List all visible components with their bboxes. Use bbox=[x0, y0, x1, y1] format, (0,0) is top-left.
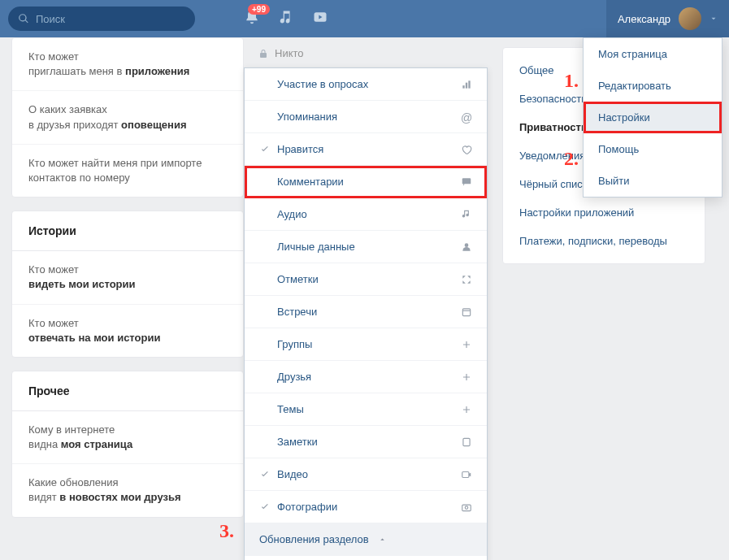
video-icon[interactable] bbox=[312, 9, 328, 28]
plus-icon bbox=[461, 371, 472, 383]
user-dd-logout[interactable]: Выйти bbox=[584, 165, 722, 197]
setting-row[interactable]: Кто может отвечать на мои истории bbox=[12, 305, 243, 357]
settings-panel-other: Прочее Кому в интернете видна моя страни… bbox=[11, 371, 244, 518]
at-icon: @ bbox=[461, 111, 472, 123]
user-dd-my-page[interactable]: Моя страница bbox=[584, 38, 722, 70]
notifications-badge: +99 bbox=[248, 4, 270, 15]
check-icon bbox=[259, 144, 271, 155]
avatar bbox=[679, 7, 701, 30]
svg-point-6 bbox=[465, 243, 469, 247]
sidebar-item-payments[interactable]: Платежи, подписки, переводы bbox=[503, 227, 705, 255]
user-dd-edit[interactable]: Редактировать bbox=[584, 70, 722, 102]
svg-rect-11 bbox=[462, 505, 471, 511]
panel-header-stories: Истории bbox=[12, 211, 243, 251]
svg-rect-3 bbox=[466, 82, 467, 88]
dd-item-events[interactable]: Встречи bbox=[245, 296, 487, 328]
bars-icon bbox=[461, 79, 472, 90]
heart-icon bbox=[461, 144, 472, 155]
setting-row[interactable]: О каких заявках в друзья приходят оповещ… bbox=[12, 91, 243, 144]
svg-rect-2 bbox=[462, 85, 464, 89]
check-icon bbox=[259, 501, 271, 513]
setting-row[interactable]: Кто может найти меня при импорте контакт… bbox=[12, 145, 243, 197]
setting-row[interactable]: Какие обновления видят в новостях мои др… bbox=[12, 464, 243, 516]
svg-rect-5 bbox=[462, 178, 471, 184]
panel-header-other: Прочее bbox=[12, 371, 243, 411]
update-types-dropdown: Участие в опросах Упоминания @ Нравится … bbox=[244, 67, 488, 560]
dd-item-tags[interactable]: Отметки bbox=[245, 263, 487, 296]
notifications-icon[interactable]: +99 bbox=[244, 9, 260, 28]
dd-item-topics[interactable]: Темы bbox=[245, 393, 487, 426]
lock-icon bbox=[258, 49, 268, 59]
dd-section-header[interactable]: Обновления разделов bbox=[245, 523, 487, 556]
plus-icon bbox=[461, 404, 472, 415]
current-value-text: Никто bbox=[275, 47, 304, 59]
dd-item-comments[interactable]: Комментарии bbox=[245, 166, 487, 198]
user-dd-help[interactable]: Помощь bbox=[584, 133, 722, 165]
dd-item-like[interactable]: Нравится bbox=[245, 133, 487, 166]
dd-item-mentions[interactable]: Упоминания @ bbox=[245, 101, 487, 133]
calendar-icon bbox=[461, 306, 472, 318]
dd-all-updates[interactable]: Все обновления bbox=[245, 556, 487, 560]
top-navbar: +99 Александр bbox=[0, 0, 729, 37]
settings-panel-stories: Истории Кто может видеть мои истории Кто… bbox=[11, 211, 244, 358]
settings-panel-privacy-top: Кто может приглашать меня в приложения О… bbox=[11, 37, 244, 198]
dd-item-photos[interactable]: Фотографии bbox=[245, 491, 487, 523]
music-icon[interactable] bbox=[278, 9, 294, 28]
user-menu-trigger[interactable]: Александр bbox=[606, 0, 729, 37]
dd-item-video[interactable]: Видео bbox=[245, 458, 487, 491]
dd-item-friends[interactable]: Друзья bbox=[245, 361, 487, 393]
search-icon bbox=[18, 13, 29, 24]
plus-icon bbox=[461, 339, 472, 350]
chevron-down-icon bbox=[709, 15, 718, 23]
sidebar-item-apps[interactable]: Настройки приложений bbox=[503, 198, 705, 227]
setting-row[interactable]: Кто может видеть мои истории bbox=[12, 251, 243, 304]
dd-item-polls[interactable]: Участие в опросах bbox=[245, 68, 487, 101]
dd-item-audio[interactable]: Аудио bbox=[245, 198, 487, 231]
search-input[interactable] bbox=[36, 13, 182, 25]
current-value: Никто bbox=[244, 47, 488, 67]
dd-item-personal[interactable]: Личные данные bbox=[245, 231, 487, 263]
dd-item-groups[interactable]: Группы bbox=[245, 328, 487, 361]
check-icon bbox=[259, 469, 271, 480]
svg-rect-4 bbox=[468, 80, 470, 88]
svg-rect-9 bbox=[463, 438, 470, 445]
user-dd-settings[interactable]: Настройки bbox=[584, 102, 722, 133]
note-icon bbox=[461, 436, 472, 448]
camera-icon bbox=[461, 501, 472, 513]
svg-rect-10 bbox=[462, 471, 469, 477]
svg-rect-7 bbox=[462, 308, 470, 315]
dd-item-notes[interactable]: Заметки bbox=[245, 426, 487, 458]
person-icon bbox=[461, 241, 472, 253]
user-dropdown: Моя страница Редактировать Настройки Пом… bbox=[583, 37, 722, 198]
music-icon bbox=[461, 209, 472, 220]
expand-icon bbox=[461, 274, 472, 285]
comment-icon bbox=[461, 176, 472, 188]
caret-up-icon bbox=[379, 536, 386, 543]
setting-row[interactable]: Кто может приглашать меня в приложения bbox=[12, 38, 243, 91]
user-name: Александр bbox=[618, 13, 670, 25]
svg-point-12 bbox=[465, 506, 468, 509]
video-icon bbox=[461, 469, 472, 480]
setting-row[interactable]: Кому в интернете видна моя страница bbox=[12, 411, 243, 464]
search-box[interactable] bbox=[8, 7, 195, 31]
